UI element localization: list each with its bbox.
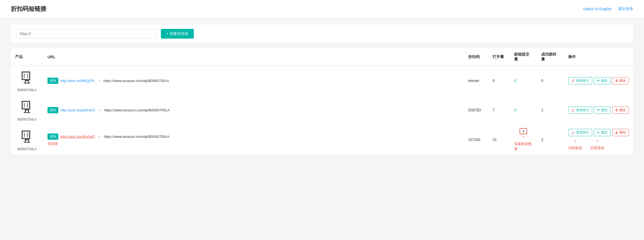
- stats-label-1: 数据统计: [576, 78, 589, 83]
- preview-button-2[interactable]: 👁 预览: [594, 107, 611, 114]
- stats-button-1[interactable]: 📈 数据统计: [568, 77, 592, 84]
- svg-rect-4: [24, 74, 25, 78]
- col-opens: 打开量: [488, 48, 510, 66]
- short-url-3[interactable]: http://amz.do/4Ka0gO: [60, 135, 94, 139]
- preview-button-3[interactable]: 👁 预览: [594, 129, 611, 136]
- url-input[interactable]: [16, 29, 157, 38]
- email-cell-1: 0: [510, 66, 537, 95]
- table-row: B009S750LA 复制 http://amz.do/pH5vEO → htt…: [11, 95, 633, 125]
- email-arrow: ↑: [522, 134, 525, 140]
- svg-rect-2: [22, 71, 30, 73]
- copy-button-3[interactable]: 复制: [48, 133, 58, 140]
- eye-icon: 👁: [597, 79, 600, 83]
- coupon-cell-2: DSFSD: [464, 95, 488, 125]
- email-cell-3: 3 ↑ 买家邮箱数量: [510, 125, 537, 155]
- delete-button-3[interactable]: 🗑 删除: [612, 129, 629, 136]
- svg-rect-28: [28, 140, 29, 142]
- col-url: URL: [43, 48, 464, 66]
- delete-button-2[interactable]: 🗑 删除: [612, 107, 629, 114]
- product-cell-3: B009S750LA: [11, 125, 43, 155]
- action-cell-1: 📈 数据统计 👁 预览 🗑 删除: [564, 66, 633, 95]
- visitor-data-annotation: ↑ 访客数据: [568, 138, 582, 150]
- product-image-3: [18, 128, 36, 146]
- svg-rect-27: [25, 140, 26, 142]
- svg-rect-21: [29, 131, 30, 139]
- preview-label-3: 预览: [601, 130, 608, 135]
- coupon-cell-1: ewrwe: [464, 66, 488, 95]
- product-id-3: B009S750LA: [18, 147, 37, 151]
- success-count-3: 2: [541, 138, 543, 142]
- url-cell-1: 复制 http://amz.do/8RQj7N → https://www.am…: [43, 66, 464, 95]
- product-info-3: B009S750LA: [15, 128, 39, 151]
- action-buttons-1: 📈 数据统计 👁 预览 🗑 删除: [568, 77, 629, 84]
- trash-icon: 🗑: [615, 79, 618, 83]
- svg-rect-3: [22, 79, 30, 80]
- svg-rect-9: [24, 83, 30, 84]
- preview-arrow-icon: ↑: [596, 138, 599, 144]
- stats-button-2[interactable]: 📈 数据统计: [568, 107, 592, 114]
- preview-label-1: 预览: [601, 78, 608, 83]
- copy-button-2[interactable]: 复制: [48, 107, 58, 113]
- eye-icon-3: 👁: [597, 131, 600, 135]
- short-url-2[interactable]: http://amz.do/pH5vEO: [60, 108, 95, 112]
- email-count-1[interactable]: 0: [514, 78, 516, 83]
- email-count-3[interactable]: 3: [520, 128, 527, 134]
- logout-link[interactable]: 退出登录: [618, 6, 633, 11]
- action-buttons-2: 📈 数据统计 👁 预览 🗑 删除: [568, 107, 629, 114]
- page-title: 折扣码短链接: [11, 5, 46, 13]
- email-count-2[interactable]: 0: [514, 108, 516, 112]
- product-image-2: [18, 99, 36, 116]
- url-cell-content-1: 复制 http://amz.do/8RQj7N → https://www.am…: [48, 78, 460, 84]
- opens-cell-1: 0: [488, 66, 510, 95]
- url-cell-2: 复制 http://amz.do/pH5vEO → https://www.am…: [43, 95, 464, 125]
- short-link-label: 短链接: [48, 142, 58, 146]
- success-cell-2: 1: [537, 95, 564, 125]
- header-actions: Switch to English 退出登录: [583, 6, 633, 11]
- copy-button-1[interactable]: 复制: [48, 78, 58, 84]
- delete-label-3: 删除: [619, 130, 626, 135]
- action-cell-3: 📈 数据统计 👁 预览 🗑 删除: [564, 125, 633, 155]
- create-button[interactable]: + 创建短链接: [161, 29, 194, 39]
- url-cell-3: 复制 http://amz.do/4Ka0gO → https://www.am…: [43, 125, 464, 155]
- main-content: + 创建短链接 产品 URL 折扣码 打开量 邮箱提交量 成功跳转量 操作: [0, 18, 644, 161]
- short-link-annotation: 短链接: [48, 141, 460, 146]
- svg-rect-1: [29, 71, 30, 80]
- svg-rect-17: [25, 111, 26, 112]
- success-cell-3: 2: [537, 125, 564, 155]
- chart-icon-3: 📈: [571, 131, 575, 135]
- preview-button-1[interactable]: 👁 预览: [594, 77, 611, 84]
- search-bar: + 创建短链接: [11, 25, 633, 43]
- target-url-3: https://www.amazon.com/dp/B009S750LA: [104, 135, 169, 139]
- svg-rect-20: [22, 131, 23, 139]
- trash-icon-2: 🗑: [615, 108, 618, 112]
- visitor-arrow-icon: ↑: [574, 138, 577, 144]
- table-header-row: 产品 URL 折扣码 打开量 邮箱提交量 成功跳转量 操作: [11, 48, 633, 66]
- stats-button-3[interactable]: 📈 数据统计: [568, 129, 592, 136]
- svg-rect-15: [27, 103, 28, 107]
- chart-icon-2: 📈: [571, 108, 575, 112]
- svg-rect-26: [25, 139, 29, 140]
- svg-rect-5: [27, 74, 28, 78]
- col-success: 成功跳转量: [537, 48, 564, 66]
- action-annotations: ↑ 访客数据 ↑ 页面预览: [568, 138, 629, 150]
- url-cell-content-3: 复制 http://amz.do/4Ka0gO → https://www.am…: [48, 133, 460, 140]
- table-row: B009S750LA 复制 http://amz.do/4Ka0gO → htt…: [11, 125, 633, 155]
- delete-button-1[interactable]: 🗑 删除: [612, 77, 629, 84]
- links-table-container: 产品 URL 折扣码 打开量 邮箱提交量 成功跳转量 操作: [11, 48, 633, 155]
- svg-rect-14: [24, 103, 25, 107]
- target-url-2: https://www.amazon.com/dp/B009S750LA: [104, 108, 170, 112]
- product-cell-2: B009S750LA: [11, 95, 43, 125]
- col-coupon: 折扣码: [464, 48, 488, 66]
- svg-rect-29: [24, 142, 30, 143]
- opens-cell-3: 21: [488, 125, 510, 155]
- page-preview-annotation: ↑ 页面预览: [590, 138, 604, 150]
- product-id-1: B009S750LA: [18, 88, 37, 92]
- action-cell-2: 📈 数据统计 👁 预览 🗑 删除: [564, 95, 633, 125]
- svg-rect-18: [28, 111, 29, 112]
- arrow-icon-3: →: [97, 134, 101, 139]
- switch-language-link[interactable]: Switch to English: [583, 7, 612, 11]
- short-url-1[interactable]: http://amz.do/8RQj7N: [60, 79, 94, 83]
- email-count-label: 买家邮箱数量: [514, 142, 533, 151]
- delete-label-2: 删除: [619, 108, 626, 112]
- target-url-1: https://www.amazon.com/dp/B009S750LA: [103, 79, 169, 83]
